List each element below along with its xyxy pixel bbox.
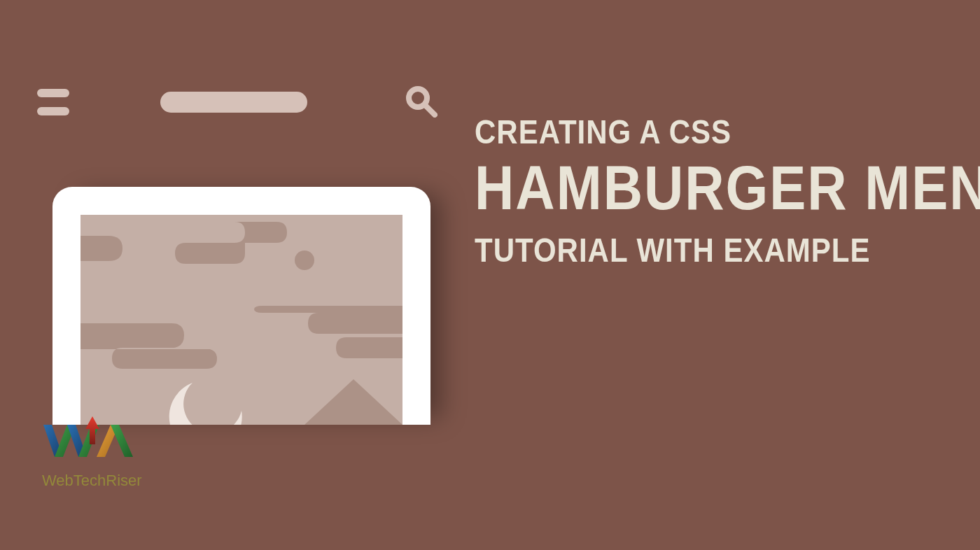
image-card [52,187,430,425]
mockup-toolbar [31,84,451,120]
search-icon [404,84,438,120]
search-pill [160,92,307,113]
logo-icon [42,416,140,465]
svg-point-3 [295,251,314,270]
brand-logo: WebTechRiser [42,416,142,490]
hamburger-icon [37,89,69,115]
placeholder-image-icon [80,215,402,425]
heading-title: HAMBURGER MENU: [475,151,980,225]
heading-block: CREATING A CSS HAMBURGER MENU: TUTORIAL … [475,115,980,267]
heading-subtitle: TUTORIAL WITH EXAMPLE [475,231,980,269]
svg-line-1 [425,105,435,115]
logo-text: WebTechRiser [42,472,142,490]
heading-pretitle: CREATING A CSS [475,113,980,151]
mockup-illustration [31,84,451,425]
